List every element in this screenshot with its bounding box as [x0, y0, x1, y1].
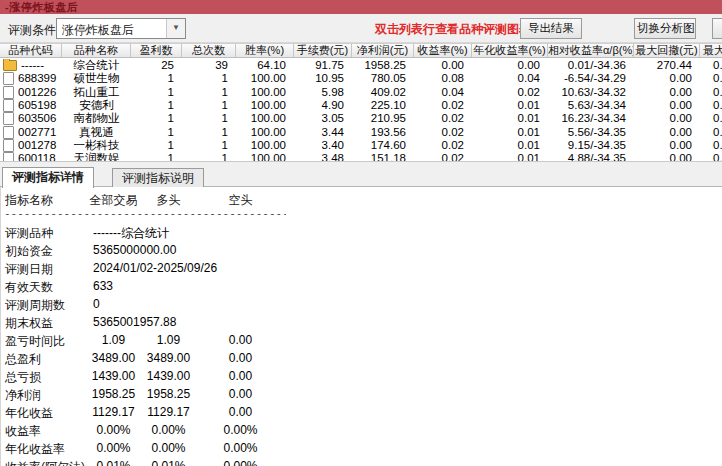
row-type-icon [3, 99, 14, 112]
fee-cell: 4.90 [294, 99, 352, 112]
switch-analysis-button[interactable]: 切换分析图 [634, 18, 696, 39]
detail-value-all: 1439.00 [86, 369, 141, 383]
stock-name: 南都物业 [62, 112, 131, 125]
stock-name: 硕世生物 [62, 72, 131, 85]
column-header[interactable]: 手续费(元) [294, 44, 352, 57]
chevron-down-icon[interactable]: ▼ [166, 19, 185, 38]
net-profit-cell: 193.56 [352, 126, 414, 139]
alpha-beta-cell: 4.88/-34.35 [548, 152, 634, 161]
net-profit-cell: 174.60 [352, 139, 414, 152]
dashed-separator: ----------------------------------------… [4, 207, 286, 219]
detail-header-row: 指标名称 全部交易 多头 空头 [1, 192, 722, 206]
export-results-button[interactable]: 导出结果 [520, 18, 582, 39]
total-count-cell: 1 [182, 72, 236, 85]
table-row[interactable]: ------ 综合统计 25 39 64.10 91.75 1958.25 0.… [0, 59, 722, 72]
table-row[interactable]: 001278 一彬科技 1 1 100.00 3.40 174.60 0.02 … [0, 139, 722, 152]
win-count-cell: 1 [131, 99, 182, 112]
max-drawdown-cell: 0.00 [634, 86, 700, 99]
column-header[interactable]: 相对收益率α/β(%) [548, 44, 634, 57]
column-header[interactable]: 最大回撤(元) [634, 44, 700, 57]
detail-value-short: 0.00% [213, 441, 268, 455]
column-header[interactable]: 品种代码 [0, 44, 62, 57]
detail-value-long: 1439.00 [141, 369, 196, 383]
win-count-cell: 1 [131, 86, 182, 99]
alpha-beta-cell: -6.54/-34.29 [548, 72, 634, 85]
alpha-beta-cell: 5.63/-34.34 [548, 99, 634, 112]
total-count-cell: 1 [182, 99, 236, 112]
win-count-cell: 1 [131, 112, 182, 125]
stock-name: 综合统计 [62, 59, 131, 72]
detail-tabbar: 评测指标详情 评测指标说明 [0, 166, 722, 187]
stock-code: 001278 [18, 139, 56, 152]
column-header[interactable]: 年化收益率(%) [472, 44, 548, 57]
total-count-cell: 1 [182, 126, 236, 139]
yield-cell: 0.02 [414, 152, 472, 161]
partial-clipped-button[interactable]: 分析 [712, 18, 722, 39]
table-row[interactable]: 001226 拓山重工 1 1 100.00 5.98 409.02 0.04 … [0, 86, 722, 99]
stock-code: 600118 [18, 152, 56, 161]
detail-value-all: 3489.00 [86, 351, 141, 365]
column-header[interactable]: 净利润(元) [352, 44, 414, 57]
detail-row: 年化收益 1129.17 1129.17 0.00 [1, 403, 722, 421]
tab-indicator-details[interactable]: 评测指标详情 [2, 167, 94, 188]
table-row[interactable]: 605198 安德利 1 1 100.00 4.90 225.10 0.02 0… [0, 99, 722, 112]
column-header[interactable]: 收益率(%) [414, 44, 472, 57]
detail-value-long: 0.00% [141, 441, 196, 455]
table-row[interactable]: 603506 南都物业 1 1 100.00 3.05 210.95 0.02 … [0, 112, 722, 125]
condition-value: 涨停炸板盘后 [62, 22, 134, 39]
row-type-icon [3, 86, 14, 99]
alpha-beta-cell: 10.63/-34.32 [548, 86, 634, 99]
net-profit-cell: 151.18 [352, 152, 414, 161]
total-count-cell: 1 [182, 112, 236, 125]
detail-value-long: 1129.17 [141, 405, 196, 419]
row-type-icon [3, 126, 14, 139]
fee-cell: 5.98 [294, 86, 352, 99]
stock-name: 一彬科技 [62, 139, 131, 152]
table-row[interactable]: 002771 真视通 1 1 100.00 3.44 193.56 0.02 0… [0, 125, 722, 138]
annual-yield-cell: 0.00 [472, 59, 548, 72]
detail-value-all: 1958.25 [86, 387, 141, 401]
win-count-cell: 1 [131, 152, 182, 161]
tab-indicator-description[interactable]: 评测指标说明 [112, 168, 204, 187]
table-row[interactable]: 600118 天润数娱 1 1 100.00 3.48 151.18 0.02 … [0, 152, 722, 161]
yield-cell: 0.00 [414, 59, 472, 72]
detail-value-all: 633 [93, 279, 113, 293]
detail-value-all: 5365001957.88 [93, 315, 176, 329]
detail-row: 收益率(阿尔法) 0.01% 0.01% 0.00% [1, 457, 722, 466]
detail-row: 总盈利 3489.00 3489.00 0.00 [1, 349, 722, 367]
total-count-cell: 1 [182, 86, 236, 99]
yield-cell: 0.02 [414, 112, 472, 125]
column-header[interactable]: 品种名称 [62, 44, 131, 57]
max-drawdown-cell: 0.00 [634, 139, 700, 152]
detail-value-long: 0.00% [141, 423, 196, 437]
win-rate-cell: 100.00 [236, 126, 294, 139]
double-click-hint: 双击列表行查看品种评测图表 [375, 21, 531, 38]
yield-cell: 0.02 [414, 126, 472, 139]
detail-row: 净利润 1958.25 1958.25 0.00 [1, 385, 722, 403]
detail-row: 评测周期数 0 [1, 295, 722, 313]
annual-yield-cell: 0.01 [472, 112, 548, 125]
detail-value-all: 0.00% [86, 423, 141, 437]
drawdown-ratio-cell: 0.00 [700, 112, 722, 125]
detail-value-short: 0.00% [213, 459, 268, 466]
detail-label: 盈亏时间比 [5, 333, 65, 350]
stock-code: 002771 [18, 126, 56, 139]
win-rate-cell: 100.00 [236, 152, 294, 161]
fee-cell: 91.75 [294, 59, 352, 72]
win-count-cell: 1 [131, 126, 182, 139]
table-row[interactable]: 688399 硕世生物 1 1 100.00 10.95 780.05 0.08… [0, 72, 722, 85]
detail-label: 评测品种 [5, 225, 53, 242]
detail-value-long: 0.01% [141, 459, 196, 466]
detail-label: 评测日期 [5, 261, 53, 278]
detail-row: 期末权益 5365001957.88 [1, 313, 722, 331]
column-header[interactable]: 总次数 [182, 44, 236, 57]
alpha-beta-cell: 16.23/-34.34 [548, 112, 634, 125]
column-header[interactable]: 最大回撤比(%) [700, 44, 722, 57]
detail-row: 评测日期 2024/01/02-2025/09/26 [1, 259, 722, 277]
detail-rows: 评测品种 -------综合统计 初始资金 5365000000.00 评测日期… [1, 223, 722, 466]
column-header[interactable]: 盈利数 [131, 44, 182, 57]
column-header[interactable]: 胜率(%) [236, 44, 294, 57]
detail-row: 年化收益率 0.00% 0.00% 0.00% [1, 439, 722, 457]
max-drawdown-cell: 0.00 [634, 152, 700, 161]
condition-dropdown[interactable]: 涨停炸板盘后 ▼ [56, 18, 186, 39]
